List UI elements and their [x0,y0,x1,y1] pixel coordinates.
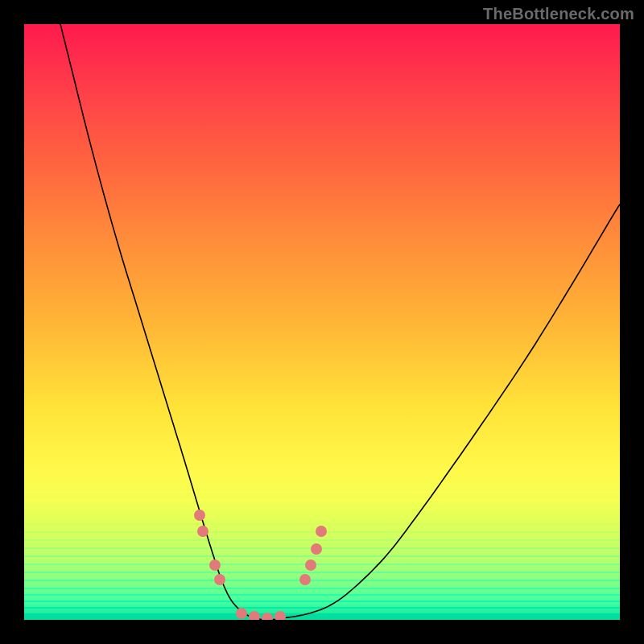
plot-area [24,24,620,620]
threshold-marker [275,611,286,620]
threshold-marker [214,574,225,585]
threshold-marker [197,526,208,537]
threshold-marker [299,574,311,585]
curve-svg [24,24,620,620]
threshold-marker [249,611,260,620]
threshold-marker [209,559,221,571]
threshold-marker [316,526,327,537]
threshold-marker [305,559,316,571]
chart-frame: TheBottleneck.com [0,0,644,644]
threshold-marker [311,543,322,555]
threshold-marker [262,613,273,620]
marker-group [194,510,327,620]
threshold-marker [194,510,205,521]
watermark: TheBottleneck.com [483,5,634,23]
threshold-marker [236,608,247,619]
bottleneck-curve [60,24,620,620]
